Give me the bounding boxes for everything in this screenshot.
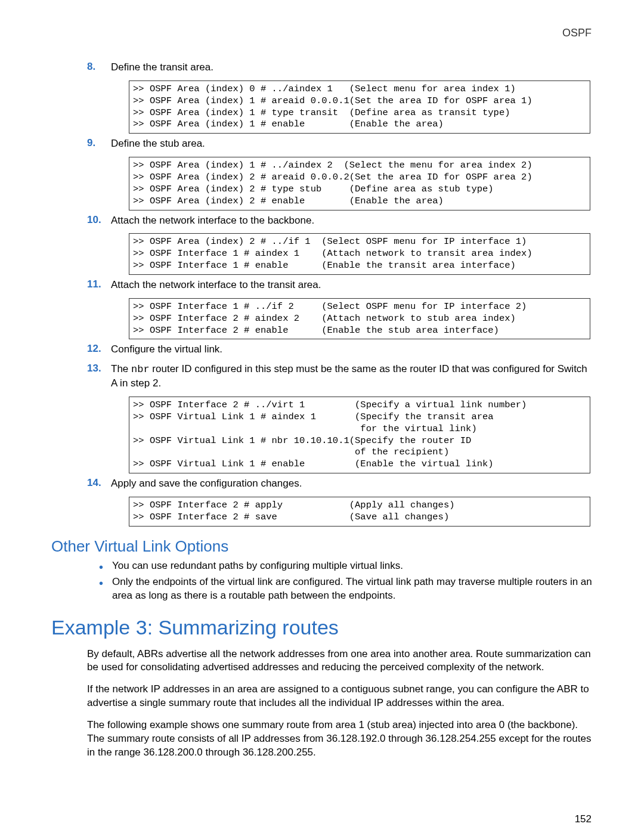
- list-item: Only the endpoints of the virtual link a…: [99, 575, 593, 603]
- step-text: Define the stub area.: [111, 138, 205, 149]
- code-block: >> OSPF Area (index) 2 # ../if 1 (Select…: [129, 233, 590, 274]
- steps-list: 9. Define the stub area.: [51, 137, 593, 151]
- body-paragraph: If the network IP addresses in an area a…: [87, 683, 593, 710]
- step-number: 12.: [87, 343, 101, 355]
- steps-list: 12. Configure the virtual link. 13. The …: [51, 343, 593, 391]
- step-text: Attach the network interface to the tran…: [111, 279, 321, 290]
- body-paragraph: The following example shows one summary …: [87, 719, 593, 760]
- step-text: The nbr router ID configured in this ste…: [111, 363, 587, 389]
- body-paragraph: By default, ABRs advertise all the netwo…: [87, 648, 593, 675]
- step-number: 13.: [87, 363, 101, 374]
- page-header-right: OSPF: [51, 27, 593, 39]
- step-number: 8.: [87, 61, 95, 73]
- code-block: >> OSPF Area (index) 1 # ../aindex 2 (Se…: [129, 157, 590, 210]
- step-text-mono: nbr: [131, 364, 150, 375]
- subheading: Other Virtual Link Options: [51, 537, 593, 556]
- code-block: >> OSPF Interface 2 # apply (Apply all c…: [129, 497, 590, 527]
- code-block: >> OSPF Interface 2 # ../virt 1 (Specify…: [129, 397, 590, 473]
- step-number: 11.: [87, 278, 101, 290]
- section-heading: Example 3: Summarizing routes: [51, 616, 593, 639]
- code-block: >> OSPF Area (index) 0 # ../aindex 1 (Se…: [129, 80, 590, 134]
- steps-list: 10. Attach the network interface to the …: [51, 214, 593, 228]
- page-number: 152: [51, 813, 593, 825]
- step-text: Attach the network interface to the back…: [111, 215, 314, 226]
- step-text-post: router ID configured in this step must b…: [111, 363, 587, 389]
- step-text: Configure the virtual link.: [111, 343, 222, 355]
- step-text: Define the transit area.: [111, 61, 213, 73]
- steps-list: 14. Apply and save the configuration cha…: [51, 477, 593, 491]
- step-number: 9.: [87, 137, 95, 149]
- step-number: 10.: [87, 214, 101, 226]
- step-text-pre: The: [111, 363, 131, 374]
- step-text: Apply and save the configuration changes…: [111, 478, 302, 489]
- code-block: >> OSPF Interface 1 # ../if 2 (Select OS…: [129, 298, 590, 339]
- list-item: You can use redundant paths by configuri…: [99, 559, 593, 573]
- steps-list: 8. Define the transit area.: [51, 61, 593, 75]
- steps-list: 11. Attach the network interface to the …: [51, 278, 593, 292]
- step-number: 14.: [87, 477, 101, 489]
- bullet-list: You can use redundant paths by configuri…: [99, 559, 593, 603]
